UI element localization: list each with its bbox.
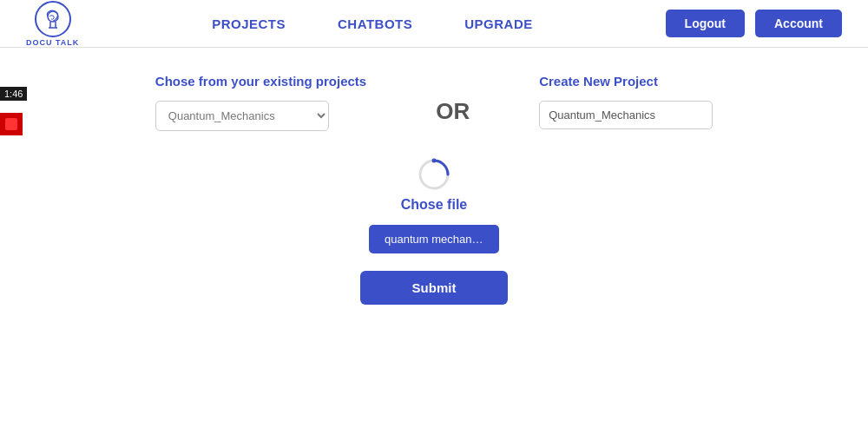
account-button[interactable]: Account xyxy=(755,10,842,37)
record-indicator xyxy=(0,113,23,135)
timestamp-display: 1:46 xyxy=(0,87,27,101)
logo: DOCU TALK xyxy=(26,1,79,47)
existing-projects-title: Chose from your existing projects xyxy=(155,74,366,89)
logo-icon xyxy=(35,1,71,37)
new-project-input[interactable] xyxy=(539,101,713,129)
top-section: Chose from your existing projects Quantu… xyxy=(0,74,868,131)
project-select[interactable]: Quantum_Mechanics xyxy=(155,101,329,131)
loading-spinner-icon xyxy=(417,157,451,192)
chose-file-button[interactable]: Chose file xyxy=(401,197,467,213)
file-section: Chose file quantum mechanics...amical sy… xyxy=(360,157,509,305)
submit-button[interactable]: Submit xyxy=(360,271,509,305)
navbar: DOCU TALK PROJECTS CHATBOTS UPGRADE Logo… xyxy=(0,0,868,48)
nav-buttons: Logout Account xyxy=(666,10,842,37)
or-divider: OR xyxy=(436,98,470,125)
create-project-title: Create New Project xyxy=(539,74,658,89)
logout-button[interactable]: Logout xyxy=(666,10,745,37)
right-panel: Create New Project xyxy=(539,74,713,129)
nav-projects[interactable]: PROJECTS xyxy=(212,16,286,31)
nav-chatbots[interactable]: CHATBOTS xyxy=(338,16,412,31)
nav-links: PROJECTS CHATBOTS UPGRADE xyxy=(212,16,533,31)
logo-text: DOCU TALK xyxy=(26,38,79,47)
selected-file-name: quantum mechanics...amical sy xyxy=(369,225,499,253)
left-panel: Chose from your existing projects Quantu… xyxy=(155,74,366,131)
nav-upgrade[interactable]: UPGRADE xyxy=(464,16,533,31)
svg-point-5 xyxy=(432,159,437,163)
main-content: Chose from your existing projects Quantu… xyxy=(0,48,868,305)
